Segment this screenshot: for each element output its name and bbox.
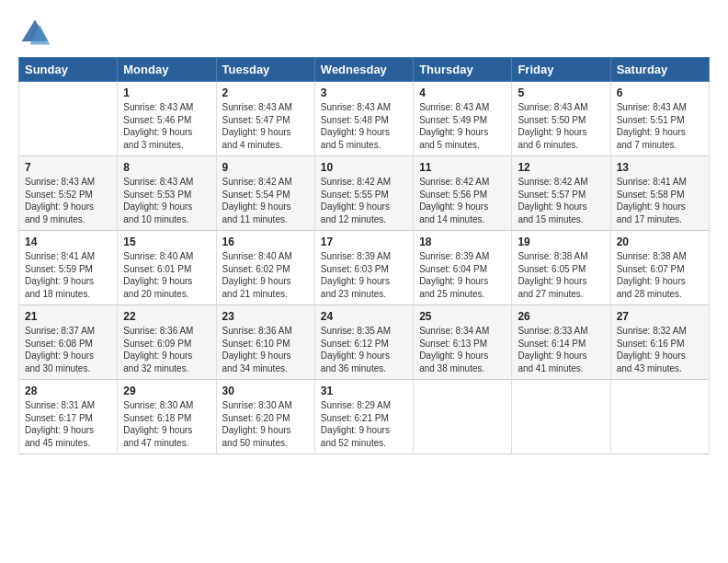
- week-row-2: 7Sunrise: 8:43 AMSunset: 5:52 PMDaylight…: [19, 156, 710, 231]
- cell-content: Sunrise: 8:43 AMSunset: 5:53 PMDaylight:…: [123, 176, 210, 225]
- week-row-3: 14Sunrise: 8:41 AMSunset: 5:59 PMDayligh…: [19, 231, 710, 305]
- cell-content: Sunrise: 8:38 AMSunset: 6:05 PMDaylight:…: [518, 250, 604, 300]
- day-number: 16: [222, 236, 309, 248]
- day-cell: 17Sunrise: 8:39 AMSunset: 6:03 PMDayligh…: [314, 231, 413, 305]
- day-number: 31: [321, 385, 407, 397]
- cell-content: Sunrise: 8:33 AMSunset: 6:14 PMDaylight:…: [518, 325, 604, 374]
- cell-content: Sunrise: 8:43 AMSunset: 5:49 PMDaylight:…: [419, 101, 506, 151]
- day-number: 4: [419, 86, 506, 99]
- day-cell: 20Sunrise: 8:38 AMSunset: 6:07 PMDayligh…: [610, 231, 709, 305]
- header-cell-thursday: Thursday: [414, 58, 512, 82]
- day-cell: 18Sunrise: 8:39 AMSunset: 6:04 PMDayligh…: [414, 231, 512, 305]
- day-cell: 5Sunrise: 8:43 AMSunset: 5:50 PMDaylight…: [512, 82, 610, 156]
- logo: [18, 17, 55, 50]
- day-number: 23: [222, 310, 309, 323]
- cell-content: Sunrise: 8:36 AMSunset: 6:10 PMDaylight:…: [222, 325, 309, 374]
- day-cell: 12Sunrise: 8:42 AMSunset: 5:57 PMDayligh…: [512, 156, 610, 231]
- day-number: 19: [518, 236, 604, 248]
- day-cell: 7Sunrise: 8:43 AMSunset: 5:52 PMDaylight…: [19, 156, 118, 231]
- day-cell: [610, 380, 709, 454]
- header-cell-saturday: Saturday: [610, 58, 709, 82]
- day-number: 11: [419, 161, 506, 174]
- header-row: SundayMondayTuesdayWednesdayThursdayFrid…: [19, 58, 710, 82]
- day-cell: 26Sunrise: 8:33 AMSunset: 6:14 PMDayligh…: [512, 305, 610, 380]
- day-number: 5: [518, 86, 604, 99]
- day-number: 9: [222, 161, 309, 174]
- day-cell: 28Sunrise: 8:31 AMSunset: 6:17 PMDayligh…: [19, 380, 118, 454]
- day-cell: 2Sunrise: 8:43 AMSunset: 5:47 PMDaylight…: [216, 82, 314, 156]
- day-number: 3: [321, 86, 407, 99]
- day-cell: 21Sunrise: 8:37 AMSunset: 6:08 PMDayligh…: [19, 305, 118, 380]
- day-number: 22: [123, 310, 210, 323]
- day-cell: [512, 380, 610, 454]
- day-number: 27: [617, 310, 703, 323]
- cell-content: Sunrise: 8:43 AMSunset: 5:46 PMDaylight:…: [123, 101, 210, 151]
- day-number: 26: [518, 310, 604, 323]
- day-cell: 9Sunrise: 8:42 AMSunset: 5:54 PMDaylight…: [216, 156, 314, 231]
- day-number: 13: [617, 161, 703, 174]
- cell-content: Sunrise: 8:43 AMSunset: 5:48 PMDaylight:…: [321, 101, 407, 151]
- day-cell: 24Sunrise: 8:35 AMSunset: 6:12 PMDayligh…: [314, 305, 413, 380]
- day-cell: 30Sunrise: 8:30 AMSunset: 6:20 PMDayligh…: [216, 380, 314, 454]
- day-cell: 25Sunrise: 8:34 AMSunset: 6:13 PMDayligh…: [414, 305, 512, 380]
- day-number: 15: [123, 236, 210, 248]
- day-cell: 23Sunrise: 8:36 AMSunset: 6:10 PMDayligh…: [216, 305, 314, 380]
- cell-content: Sunrise: 8:39 AMSunset: 6:04 PMDaylight:…: [419, 250, 506, 300]
- day-number: 8: [123, 161, 210, 174]
- day-number: 14: [25, 236, 111, 248]
- day-cell: 29Sunrise: 8:30 AMSunset: 6:18 PMDayligh…: [118, 380, 216, 454]
- day-number: 2: [222, 86, 309, 99]
- cell-content: Sunrise: 8:29 AMSunset: 6:21 PMDaylight:…: [321, 399, 407, 449]
- day-cell: 4Sunrise: 8:43 AMSunset: 5:49 PMDaylight…: [414, 82, 512, 156]
- calendar-table: SundayMondayTuesdayWednesdayThursdayFrid…: [18, 57, 710, 454]
- page: SundayMondayTuesdayWednesdayThursdayFrid…: [0, 0, 728, 563]
- day-number: 12: [518, 161, 604, 174]
- logo-icon: [18, 17, 51, 50]
- cell-content: Sunrise: 8:42 AMSunset: 5:56 PMDaylight:…: [419, 176, 506, 225]
- day-number: 24: [321, 310, 407, 323]
- cell-content: Sunrise: 8:30 AMSunset: 6:20 PMDaylight:…: [222, 399, 309, 449]
- day-cell: 16Sunrise: 8:40 AMSunset: 6:02 PMDayligh…: [216, 231, 314, 305]
- cell-content: Sunrise: 8:41 AMSunset: 5:58 PMDaylight:…: [617, 176, 703, 225]
- cell-content: Sunrise: 8:40 AMSunset: 6:01 PMDaylight:…: [123, 250, 210, 300]
- day-cell: 8Sunrise: 8:43 AMSunset: 5:53 PMDaylight…: [118, 156, 216, 231]
- day-cell: 31Sunrise: 8:29 AMSunset: 6:21 PMDayligh…: [314, 380, 413, 454]
- day-number: 20: [617, 236, 703, 248]
- header-cell-tuesday: Tuesday: [216, 58, 314, 82]
- day-cell: 19Sunrise: 8:38 AMSunset: 6:05 PMDayligh…: [512, 231, 610, 305]
- header-cell-wednesday: Wednesday: [314, 58, 413, 82]
- header-cell-friday: Friday: [512, 58, 610, 82]
- day-cell: [414, 380, 512, 454]
- day-number: 28: [25, 385, 111, 397]
- day-cell: 27Sunrise: 8:32 AMSunset: 6:16 PMDayligh…: [610, 305, 709, 380]
- day-number: 17: [321, 236, 407, 248]
- week-row-1: 1Sunrise: 8:43 AMSunset: 5:46 PMDaylight…: [19, 82, 710, 156]
- cell-content: Sunrise: 8:34 AMSunset: 6:13 PMDaylight:…: [419, 325, 506, 374]
- day-cell: 14Sunrise: 8:41 AMSunset: 5:59 PMDayligh…: [19, 231, 118, 305]
- day-number: 1: [123, 86, 210, 99]
- day-number: 21: [25, 310, 111, 323]
- day-cell: 11Sunrise: 8:42 AMSunset: 5:56 PMDayligh…: [414, 156, 512, 231]
- cell-content: Sunrise: 8:43 AMSunset: 5:50 PMDaylight:…: [518, 101, 604, 151]
- cell-content: Sunrise: 8:41 AMSunset: 5:59 PMDaylight:…: [25, 250, 111, 300]
- cell-content: Sunrise: 8:31 AMSunset: 6:17 PMDaylight:…: [25, 399, 111, 449]
- cell-content: Sunrise: 8:43 AMSunset: 5:47 PMDaylight:…: [222, 101, 309, 151]
- day-cell: 15Sunrise: 8:40 AMSunset: 6:01 PMDayligh…: [118, 231, 216, 305]
- day-cell: [19, 82, 118, 156]
- cell-content: Sunrise: 8:43 AMSunset: 5:51 PMDaylight:…: [617, 101, 703, 151]
- header-cell-monday: Monday: [118, 58, 216, 82]
- day-cell: 13Sunrise: 8:41 AMSunset: 5:58 PMDayligh…: [610, 156, 709, 231]
- day-number: 10: [321, 161, 407, 174]
- cell-content: Sunrise: 8:40 AMSunset: 6:02 PMDaylight:…: [222, 250, 309, 300]
- day-number: 18: [419, 236, 506, 248]
- header: [18, 17, 710, 50]
- week-row-5: 28Sunrise: 8:31 AMSunset: 6:17 PMDayligh…: [19, 380, 710, 454]
- day-number: 7: [25, 161, 111, 174]
- day-cell: 1Sunrise: 8:43 AMSunset: 5:46 PMDaylight…: [118, 82, 216, 156]
- cell-content: Sunrise: 8:39 AMSunset: 6:03 PMDaylight:…: [321, 250, 407, 300]
- day-cell: 6Sunrise: 8:43 AMSunset: 5:51 PMDaylight…: [610, 82, 709, 156]
- cell-content: Sunrise: 8:43 AMSunset: 5:52 PMDaylight:…: [25, 176, 111, 225]
- day-number: 30: [222, 385, 309, 397]
- cell-content: Sunrise: 8:42 AMSunset: 5:57 PMDaylight:…: [518, 176, 604, 225]
- cell-content: Sunrise: 8:42 AMSunset: 5:55 PMDaylight:…: [321, 176, 407, 225]
